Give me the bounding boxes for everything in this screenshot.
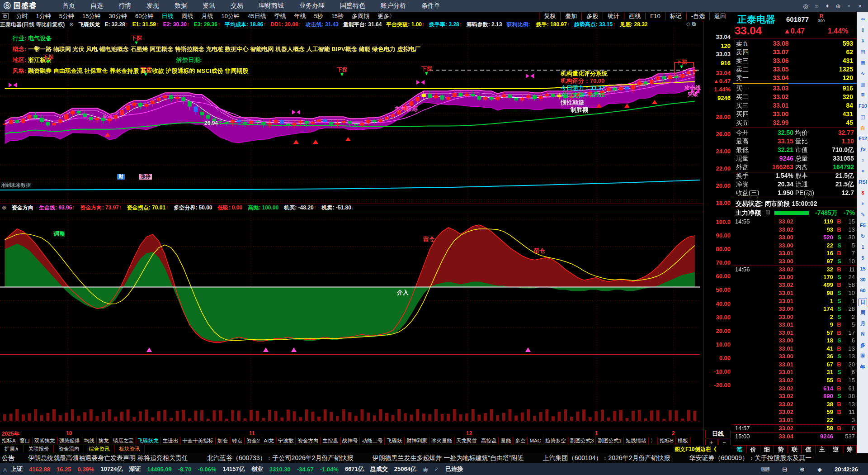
tick-tab-筹[interactable]: 筹 <box>843 445 857 453</box>
indicator-tab-副图公式1[interactable]: 副图公式1 <box>596 437 623 445</box>
period-15秒[interactable]: 15秒 <box>327 12 348 20</box>
layout-icon[interactable]: ⧉ <box>2 13 9 19</box>
strip-icon-30[interactable]: 多 <box>857 342 868 349</box>
strip-icon-7[interactable]: ≣ <box>857 92 868 98</box>
strip-icon-2[interactable]: ⇩ <box>857 38 868 44</box>
toolbar-button-标记[interactable]: 标记 <box>665 12 686 20</box>
period-5秒[interactable]: 5秒 <box>310 12 327 20</box>
indicator-tab-副图公式3[interactable]: 副图公式3 <box>568 437 596 445</box>
menu-item-行情[interactable]: 行情 <box>111 2 139 10</box>
indicator-tab-模板[interactable]: 模板 <box>676 437 690 445</box>
strip-icon-14[interactable]: ≈ <box>857 168 868 174</box>
strip-icon-29[interactable]: N <box>857 331 868 337</box>
news-item[interactable]: 北汽蓝谷（600733）：子公司2026年2月份产销快报 <box>207 454 354 462</box>
menu-icon[interactable]: ≡ <box>811 3 822 10</box>
indicator-tab-均线[interactable]: 均线 <box>82 437 97 445</box>
strip-icon-21[interactable]: 1 <box>857 244 868 250</box>
tick-tab-价[interactable]: 价 <box>746 445 760 453</box>
strip-icon-24[interactable]: 30 <box>857 277 868 282</box>
period-5分钟[interactable]: 5分钟 <box>55 12 78 20</box>
strip-icon-3[interactable]: ▤ <box>857 49 868 55</box>
restore-icon[interactable]: ▫ <box>844 3 854 10</box>
period-30分钟[interactable]: 30分钟 <box>105 12 131 20</box>
indicator-tab-量能[interactable]: 量能 <box>499 437 513 445</box>
strip-icon-31[interactable]: 季 <box>857 353 868 360</box>
indicator-tab-战神号[interactable]: 战神号 <box>340 437 360 445</box>
status-icon-2[interactable]: ⊕ <box>800 466 805 473</box>
strip-icon-9[interactable]: ◫ <box>857 114 868 120</box>
strip-icon-16[interactable]: $ <box>857 190 868 195</box>
strip-icon-23[interactable]: 15 <box>857 266 868 271</box>
period-月线[interactable]: 月线 <box>197 12 217 20</box>
toolbar-button-画线[interactable]: 画线 <box>624 12 645 20</box>
period-多周期[interactable]: 多周期 <box>348 12 373 20</box>
news-item[interactable]: 伊朗总统就最高领袖遇袭身亡发表声明 称将追究相关责任 <box>28 454 188 462</box>
fund-close-icon[interactable]: ⊗ <box>2 204 6 211</box>
indicator-tab-短线情绪[interactable]: 短线情绪 <box>624 437 649 445</box>
menu-item-国盛特色[interactable]: 国盛特色 <box>332 2 373 10</box>
news-item[interactable]: 上汽集团（600104）：2026年2月份产销快报 <box>543 454 670 462</box>
indicator-tab-资金方向[interactable]: 资金方向 <box>296 437 321 445</box>
indicator-tab-冰火量能[interactable]: 冰火量能 <box>429 437 454 445</box>
indicator-tab-加仓[interactable]: 加仓 <box>216 437 230 445</box>
toolbar-button-叠加[interactable]: 叠加 <box>560 12 581 20</box>
tick-tab-联[interactable]: 联 <box>788 445 802 453</box>
strip-icon-0[interactable]: ⇦ <box>857 16 868 22</box>
indicator-tab-双紫擒龙[interactable]: 双紫擒龙 <box>33 437 57 445</box>
period-年线[interactable]: 年线 <box>290 12 310 20</box>
indicator-tab-擒龙[interactable]: 擒龙 <box>97 437 111 445</box>
tick-tab-逆[interactable]: 逆 <box>829 445 843 453</box>
toolbar-button-多股[interactable]: 多股 <box>581 12 603 20</box>
tools-icon[interactable]: ✦ <box>822 3 833 10</box>
strip-icon-20[interactable]: ↻ <box>857 233 868 239</box>
menu-item-业务办理[interactable]: 业务办理 <box>292 2 332 10</box>
indicator-tab-主控盘[interactable]: 主控盘 <box>321 437 340 445</box>
strip-icon-26[interactable]: 日 <box>859 299 867 306</box>
strip-icon-13[interactable]: ○ <box>857 157 868 163</box>
info-tab-综合资讯[interactable]: 综合资讯 <box>84 445 114 453</box>
tick-tab-细[interactable]: 细 <box>760 445 774 453</box>
strip-icon-17[interactable]: + <box>857 201 868 206</box>
strip-icon-1[interactable]: ⇧ <box>857 27 868 33</box>
strip-icon-11[interactable]: F12 <box>857 136 868 141</box>
target-icon[interactable]: ⊕ <box>833 3 844 10</box>
indicator-tab-宁波敢[interactable]: 宁波敢 <box>276 437 296 445</box>
indicator-tab-镇店之宝[interactable]: 镇店之宝 <box>111 437 136 445</box>
tick-tab-主[interactable]: 主 <box>816 445 829 453</box>
menu-item-账户分析[interactable]: 账户分析 <box>373 2 414 10</box>
period-15分钟[interactable]: 15分钟 <box>78 12 104 20</box>
info-tab-资金流向[interactable]: 资金流向 <box>54 445 84 453</box>
strip-icon-4[interactable]: ▦ <box>857 60 868 66</box>
menu-item-条件单[interactable]: 条件单 <box>414 2 448 10</box>
message-icon[interactable]: ◎ <box>800 3 811 10</box>
indicator-tab-多空[interactable]: 多空 <box>513 437 528 445</box>
menu-item-自选[interactable]: 自选 <box>83 2 111 10</box>
indicator-tab-趋势多空[interactable]: 趋势多空 <box>543 437 568 445</box>
indicator-tab-飞碟妖龙[interactable]: 飞碟妖龙 <box>136 437 161 445</box>
strip-icon-15[interactable]: RSI <box>857 179 868 185</box>
status-icon-0[interactable]: ⌨ <box>761 466 769 473</box>
indicator-tab-强势起爆[interactable]: 强势起爆 <box>57 437 82 445</box>
strip-icon-28[interactable]: 月 <box>857 320 868 327</box>
menu-item-发现[interactable]: 发现 <box>139 2 167 10</box>
info-tab-扩展∧[interactable]: 扩展∧ <box>0 445 24 453</box>
indicator-tab-指标A[interactable]: 指标A <box>0 437 18 445</box>
period-10分钟[interactable]: 10分钟 <box>217 12 243 20</box>
indicator-tab-主进出[interactable]: 主进出 <box>161 437 181 445</box>
strip-icon-6[interactable]: ▥ <box>857 81 868 87</box>
tick-tab-值[interactable]: 值 <box>802 445 815 453</box>
strip-icon-25[interactable]: 60 <box>857 288 868 293</box>
toolbar-button-F10[interactable]: F10 <box>645 13 665 19</box>
info-tab-板块资讯[interactable]: 板块资讯 <box>114 445 145 453</box>
period-60分钟[interactable]: 60分钟 <box>131 12 157 20</box>
status-icon-3[interactable]: ◆ <box>817 466 822 473</box>
indicator-tab-资金2[interactable]: 资金2 <box>245 437 262 445</box>
period-季线[interactable]: 季线 <box>270 12 290 20</box>
menu-item-交易[interactable]: 交易 <box>223 2 251 10</box>
toolbar-button-复权[interactable]: 复权 <box>539 12 560 20</box>
strip-icon-12[interactable]: ƒx <box>857 147 868 152</box>
strip-icon-18[interactable]: ✎ <box>857 212 868 218</box>
indicator-tab-〉[interactable]: 〉 <box>649 437 658 445</box>
close-icon[interactable]: × <box>854 3 865 10</box>
menu-item-资讯[interactable]: 资讯 <box>195 2 223 10</box>
